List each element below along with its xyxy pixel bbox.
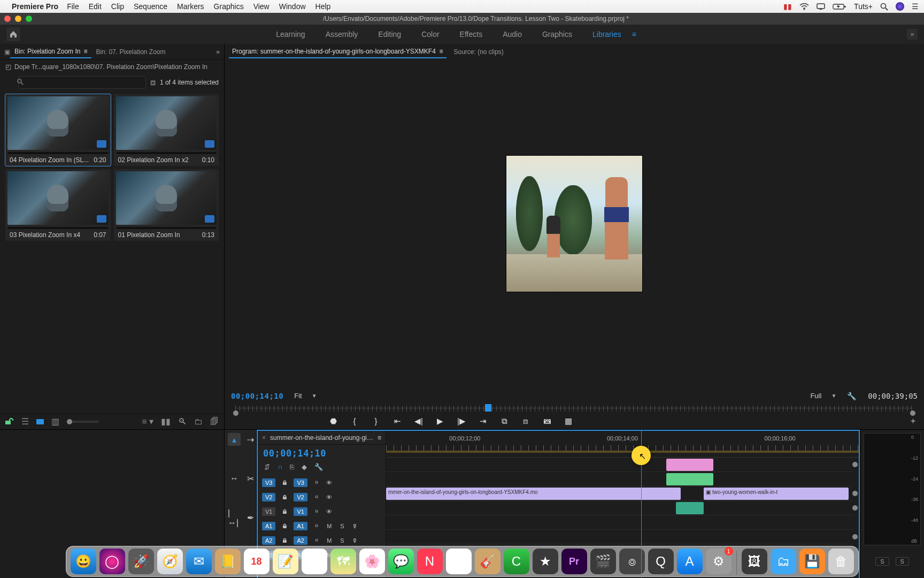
mark-out-icon[interactable]: }: [371, 416, 381, 425]
go-to-out-icon[interactable]: ⇥: [478, 416, 488, 426]
new-item-icon[interactable]: 🗐: [210, 417, 219, 427]
dock-garageband[interactable]: 🎸: [475, 549, 500, 574]
new-bin-from-search-icon[interactable]: ⧈: [150, 78, 156, 87]
panel-menu-icon[interactable]: ≡: [378, 434, 381, 442]
track-lane-a2[interactable]: [386, 515, 853, 530]
solo-button[interactable]: S: [338, 523, 346, 529]
clip-scrub-bar[interactable]: [7, 227, 109, 229]
track-header[interactable]: A2 🔒︎ A2 ⌗ M S 🎙: [258, 533, 386, 547]
extract-icon[interactable]: ⧈: [521, 416, 530, 426]
ws-learning[interactable]: Learning: [276, 30, 305, 39]
spotlight-icon[interactable]: [880, 3, 888, 11]
track-target[interactable]: A2: [294, 536, 307, 545]
track-target[interactable]: V1: [294, 507, 307, 516]
time-ruler[interactable]: 00;00;12;00 00;00;14;00 00;00;16;00: [386, 431, 859, 458]
auto-sequence-icon[interactable]: ▮▮: [161, 416, 171, 427]
bin-up-icon[interactable]: ◰: [5, 63, 11, 71]
sync-lock-icon[interactable]: ⌗: [313, 493, 320, 500]
airplay-icon[interactable]: [817, 3, 825, 10]
menu-file[interactable]: File: [67, 2, 79, 11]
dock-trash[interactable]: 🗑: [828, 549, 854, 574]
add-marker-icon[interactable]: ⬣: [328, 416, 338, 426]
track-header[interactable]: V1 🔒︎ V1 ⌗ 👁: [258, 504, 386, 519]
track-lane-v3[interactable]: [386, 458, 853, 472]
project-item[interactable]: 02 Pixelation Zoom In x20:10: [114, 94, 219, 166]
eye-icon[interactable]: 👁: [326, 480, 333, 486]
program-tab[interactable]: Program: summer-on-the-island-of-young-g…: [229, 45, 446, 58]
notification-center-icon[interactable]: ☰: [912, 2, 919, 11]
ws-effects[interactable]: Effects: [460, 30, 483, 39]
go-to-in-icon[interactable]: ⇤: [392, 416, 402, 426]
dock-screenflow[interactable]: ⌾: [619, 549, 645, 574]
track-lane-a3[interactable]: [386, 530, 853, 544]
menu-graphics[interactable]: Graphics: [214, 2, 244, 11]
program-scrubber[interactable]: [231, 405, 918, 412]
timeline-settings-icon[interactable]: 🔧: [314, 463, 323, 471]
project-tab-active[interactable]: Bin: Pixelation Zoom In≡: [10, 45, 91, 58]
new-bin-icon[interactable]: 🗀: [194, 417, 203, 427]
source-patch[interactable]: A1: [262, 522, 275, 530]
icon-view-icon[interactable]: [36, 419, 44, 424]
source-tab[interactable]: Source: (no clips): [451, 46, 507, 58]
window-minimize-button[interactable]: [15, 16, 21, 22]
dock-imovie[interactable]: ★: [533, 549, 558, 574]
dock-camtasia[interactable]: C: [504, 549, 529, 574]
clip-scrub-bar[interactable]: [116, 152, 217, 154]
timeline-clip[interactable]: ▣ two-young-women-walk-in-t: [704, 488, 849, 500]
dock-syspref[interactable]: ⚙1: [706, 549, 732, 574]
voiceover-icon[interactable]: 🎙: [351, 523, 359, 529]
mute-button[interactable]: M: [326, 523, 333, 529]
audio-meter[interactable]: 0 -12 -24 -36 -48 dB: [864, 433, 921, 545]
lock-icon[interactable]: 🔒︎: [281, 494, 288, 500]
track-lane-a1[interactable]: [386, 501, 853, 515]
sync-lock-icon[interactable]: ⌗: [313, 479, 320, 486]
source-patch[interactable]: V1: [262, 507, 275, 516]
ws-color[interactable]: Color: [421, 30, 439, 39]
source-patch[interactable]: V2: [262, 493, 275, 501]
window-close-button[interactable]: [4, 16, 11, 22]
dock-contacts[interactable]: 📒: [215, 549, 241, 574]
eye-icon[interactable]: 👁: [326, 494, 333, 500]
vscroll-handle[interactable]: [852, 534, 858, 539]
dock-launchpad[interactable]: 🚀: [128, 549, 154, 574]
panel-collapse-icon[interactable]: »: [216, 48, 220, 56]
siri-icon[interactable]: [896, 2, 904, 11]
slip-tool-icon[interactable]: |↔|: [228, 512, 241, 524]
project-tab-inactive[interactable]: Bin: 07. Pixelation Zoom: [91, 46, 170, 58]
selection-tool-icon[interactable]: ▴: [228, 433, 241, 446]
dock-quicktime[interactable]: Q: [648, 549, 674, 574]
timeline-clip[interactable]: [666, 459, 713, 471]
insert-overwrite-toggle-icon[interactable]: ⇵: [264, 463, 270, 471]
dock-mail[interactable]: ✉: [186, 549, 212, 574]
track-header[interactable]: V2 🔒︎ V2 ⌗ 👁: [258, 490, 386, 504]
vscroll-handle[interactable]: [852, 462, 858, 467]
app-name[interactable]: Premiere Pro: [12, 2, 58, 11]
wifi-icon[interactable]: [799, 3, 809, 10]
sort-icon[interactable]: ≡ ▾: [142, 416, 153, 427]
battery-icon[interactable]: [833, 3, 846, 10]
play-icon[interactable]: ▶: [435, 416, 445, 426]
step-forward-icon[interactable]: |▶: [457, 416, 466, 426]
dock-finalcut[interactable]: 🎬: [590, 549, 616, 574]
step-back-icon[interactable]: ◀|: [414, 416, 424, 426]
dock-safari[interactable]: 🧭: [157, 549, 183, 574]
write-lock-icon[interactable]: 🔓︎: [5, 417, 14, 427]
solo-button[interactable]: S: [338, 537, 346, 544]
mute-button[interactable]: M: [326, 537, 333, 544]
dock-preview[interactable]: 🖼: [742, 549, 767, 574]
ws-editing[interactable]: Editing: [378, 30, 401, 39]
export-frame-icon[interactable]: 📷︎: [542, 416, 552, 425]
zoom-dropdown[interactable]: Fit▼: [290, 391, 321, 401]
track-header[interactable]: A1 🔒︎ A1 ⌗ M S 🎙: [258, 519, 386, 533]
dock-photos[interactable]: 🌸: [359, 549, 385, 574]
comparison-view-icon[interactable]: ▦: [564, 416, 573, 426]
thumb-size-slider[interactable]: [67, 421, 99, 423]
clip-scrub-bar[interactable]: [116, 227, 217, 229]
timeline-timecode[interactable]: 00;00;14;10: [263, 448, 326, 459]
close-sequence-icon[interactable]: ×: [262, 434, 266, 442]
eye-icon[interactable]: 👁: [326, 508, 333, 515]
dock-messages[interactable]: 💬: [388, 549, 414, 574]
zoom-handle-left[interactable]: [233, 410, 238, 416]
button-editor-icon[interactable]: ＋: [908, 416, 918, 426]
program-timecode[interactable]: 00;00;14;10: [231, 392, 283, 400]
